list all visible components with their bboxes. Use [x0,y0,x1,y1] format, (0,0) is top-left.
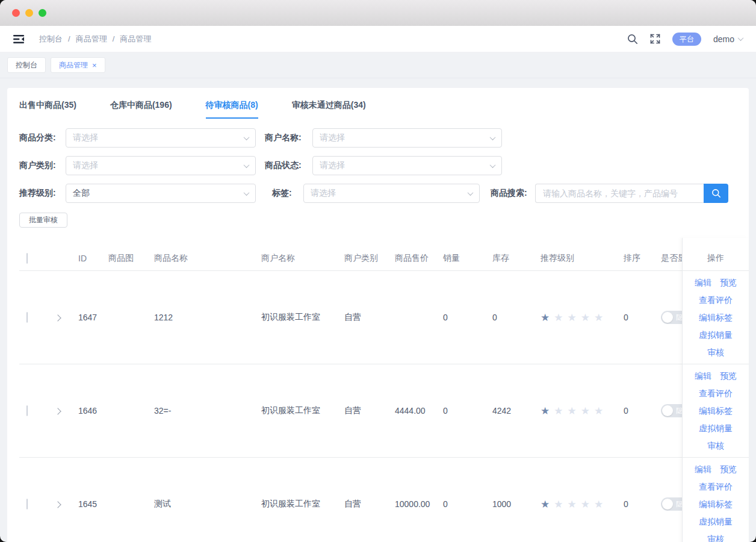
close-icon[interactable]: × [92,61,97,69]
edit-link[interactable]: 编辑 [695,464,711,475]
tags-select[interactable]: 请选择 [303,184,480,203]
view-reviews-link[interactable]: 查看评价 [699,482,733,493]
breadcrumb-item-goods-manage[interactable]: 商品管理 [120,34,151,45]
col-recommend-level: 推荐级别 [541,253,624,264]
cell-sales: 0 [443,313,492,322]
star-icon[interactable]: ★ [568,499,577,509]
fullscreen-expand-icon [650,34,660,44]
chevron-down-icon [738,35,744,41]
col-id: ID [70,254,98,263]
star-icon[interactable]: ★ [541,406,550,416]
audit-link[interactable]: 审核 [707,441,724,452]
cell-id: 1646 [70,406,98,416]
recommend-level-select[interactable]: 全部 [66,184,256,203]
fullscreen-button[interactable] [650,34,660,44]
virtual-sales-link[interactable]: 虚拟销量 [699,330,733,341]
star-icon[interactable]: ★ [568,313,577,323]
row-checkbox[interactable] [26,499,28,509]
col-actions: 操作 [683,238,749,271]
merchant-type-select[interactable]: 请选择 [66,156,256,175]
star-icon[interactable]: ★ [594,313,603,323]
search-icon [711,188,721,198]
zoom-window-button[interactable] [39,9,46,17]
preview-link[interactable]: 预览 [720,464,737,475]
filter-row-1: 商品分类: 请选择 商户名称: 请选择 [19,128,749,148]
tag-goods-manage[interactable]: 商品管理 × [51,57,105,73]
cell-id: 1647 [70,313,98,322]
tab-pending-review[interactable]: 待审核商品(8) [206,100,258,119]
merchant-name-select[interactable]: 请选择 [312,128,502,148]
filter-row-3: 推荐级别: 全部 标签: 请选择 商品搜索: [19,184,749,203]
toggle-knob [662,312,673,323]
edit-tags-link[interactable]: 编辑标签 [699,313,733,323]
platform-badge: 平台 [672,33,701,46]
row-checkbox[interactable] [26,312,28,323]
cell-stock: 1000 [492,499,541,509]
row-checkbox[interactable] [26,405,28,416]
tab-on-sale[interactable]: 出售中商品(35) [19,100,76,119]
filter-label-category: 商品分类: [19,132,61,143]
preview-link[interactable]: 预览 [720,371,737,382]
product-search-button[interactable] [704,184,728,203]
star-icon[interactable]: ★ [554,313,563,323]
edit-tags-link[interactable]: 编辑标签 [699,499,733,510]
view-reviews-link[interactable]: 查看评价 [699,295,733,306]
header-search-button[interactable] [627,34,638,45]
select-all-checkbox[interactable] [26,253,28,264]
window-title-bar [0,0,756,26]
product-status-tabs: 出售中商品(35) 仓库中商品(196) 待审核商品(8) 审核未通过商品(34… [19,100,749,119]
row-expand-icon[interactable] [54,408,61,414]
preview-link[interactable]: 预览 [720,278,737,288]
audit-link[interactable]: 审核 [707,347,724,358]
col-stock: 库存 [492,253,541,264]
row-actions: 编辑预览查看评价编辑标签虚拟销量审核 [683,364,749,458]
opened-tags-bar: 控制台 商品管理 × [0,52,756,78]
star-icon[interactable]: ★ [581,499,590,509]
star-icon[interactable]: ★ [541,499,550,509]
star-icon[interactable]: ★ [581,313,590,323]
product-status-select[interactable]: 请选择 [312,156,502,175]
sidebar-collapse-button[interactable] [13,34,25,44]
star-icon[interactable]: ★ [594,406,603,416]
star-rating: ★★★★★ [541,313,624,323]
star-icon[interactable]: ★ [554,499,563,509]
star-icon[interactable]: ★ [568,406,577,416]
tag-console[interactable]: 控制台 [7,57,46,73]
virtual-sales-link[interactable]: 虚拟销量 [699,517,733,528]
close-window-button[interactable] [12,9,20,17]
star-icon[interactable]: ★ [594,499,603,509]
cell-product-name: 1212 [144,313,261,322]
edit-link[interactable]: 编辑 [695,371,711,382]
star-icon[interactable]: ★ [541,313,550,323]
user-menu[interactable]: demo [713,34,743,44]
tab-in-warehouse[interactable]: 仓库中商品(196) [110,100,172,119]
tag-label: 商品管理 [59,60,88,70]
chevron-down-icon [244,190,250,196]
breadcrumb-item-goods[interactable]: 商品管理 [76,34,107,45]
app-window: 控制台 / 商品管理 / 商品管理 平台 [0,0,756,542]
cell-product-name: 32=- [144,406,261,416]
filter-label-merchant-name: 商户名称: [265,132,308,143]
row-expand-icon[interactable] [54,501,61,508]
breadcrumb-item-console[interactable]: 控制台 [39,34,63,45]
star-icon[interactable]: ★ [554,406,563,416]
audit-link[interactable]: 审核 [707,534,724,542]
cell-price: 4444.00 [395,406,443,416]
minimize-window-button[interactable] [25,9,33,17]
filter-label-product-search: 商品搜索: [491,188,531,199]
star-icon[interactable]: ★ [581,406,590,416]
product-search-input[interactable] [535,184,704,203]
edit-tags-link[interactable]: 编辑标签 [699,406,733,417]
col-merchant-type: 商户类别 [344,253,395,264]
virtual-sales-link[interactable]: 虚拟销量 [699,423,733,434]
edit-link[interactable]: 编辑 [695,278,711,288]
category-select[interactable]: 请选择 [66,128,256,148]
collapse-menu-icon [13,34,25,44]
username: demo [713,34,734,44]
batch-review-button[interactable]: 批量审核 [19,213,67,228]
chevron-down-icon [244,162,250,168]
cell-product-name: 测试 [144,499,261,509]
view-reviews-link[interactable]: 查看评价 [699,388,733,399]
tab-review-failed[interactable]: 审核未通过商品(34) [292,100,366,119]
row-expand-icon[interactable] [54,314,61,321]
